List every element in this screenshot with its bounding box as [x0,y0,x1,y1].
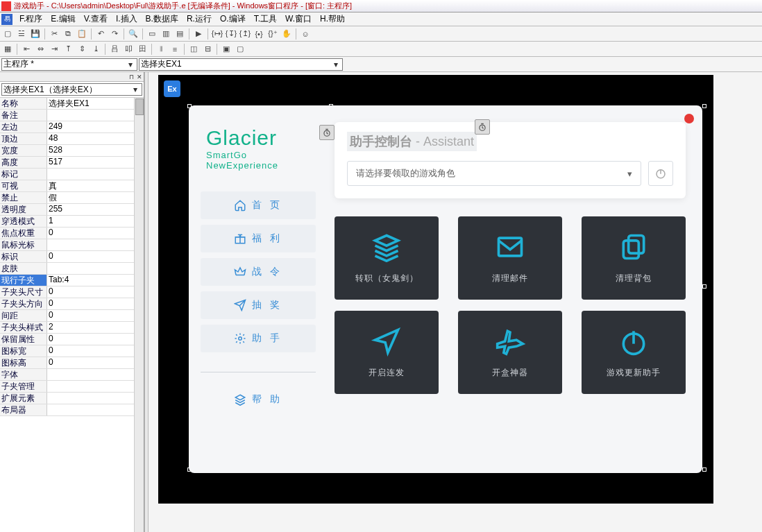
property-value[interactable]: 2 [47,322,144,333]
property-value[interactable] [47,404,144,415]
tile-openbox[interactable]: 开盒神器 [458,311,562,394]
control-selector[interactable]: 选择夹EX1 ▾ [139,58,343,71]
property-row[interactable]: 子夹头方向0 [0,298,144,310]
tile-transfer[interactable]: 转职（女鬼剑） [335,216,439,300]
property-value[interactable]: Tab:4 [47,275,144,286]
selection-handle[interactable] [702,284,706,289]
property-value[interactable]: 0 [47,345,144,357]
distrib-v-icon[interactable]: ≡ [169,43,181,55]
close-button[interactable] [684,114,694,123]
tile-clean-mail[interactable]: 清理邮件 [458,216,562,300]
send-back-icon[interactable]: ▢ [234,43,246,55]
align-bottom-icon[interactable]: ⤓ [90,43,102,55]
reload-button[interactable] [648,161,673,186]
grid-icon[interactable]: ▦ [1,43,14,55]
same-size-icon[interactable]: 田 [136,43,149,55]
property-value[interactable]: 528 [47,145,144,156]
property-value[interactable] [47,110,144,121]
property-value[interactable]: 0 [47,286,144,298]
property-row[interactable]: 图标宽0 [0,345,144,357]
property-value[interactable]: 0 [47,251,144,262]
align-left-icon[interactable]: ⇤ [20,43,33,55]
align-right-icon[interactable]: ⇥ [48,43,60,55]
menu-window[interactable]: W.窗口 [281,12,316,26]
same-width-icon[interactable]: 吕 [108,43,121,55]
property-value[interactable]: 255 [47,204,144,215]
property-row[interactable]: 透明度255 [0,204,144,216]
property-row[interactable]: 顶边48 [0,133,144,145]
redo-icon[interactable]: ↷ [108,28,121,40]
property-value[interactable]: 517 [47,157,144,168]
layout2-icon[interactable]: ▥ [160,28,172,40]
property-value[interactable]: 48 [47,133,144,144]
property-row[interactable]: 图标高0 [0,357,144,369]
save-icon[interactable]: 💾 [29,28,42,40]
tile-clean-bag[interactable]: 清理背包 [582,216,686,300]
object-selector[interactable]: 选择夹EX1（选择夹EX） ▾ [1,83,142,96]
new-icon[interactable]: ▢ [1,28,14,40]
property-value[interactable]: 0 [47,298,144,309]
find-icon[interactable]: 🔍 [127,28,139,40]
property-row[interactable]: 标识0 [0,251,144,263]
property-row[interactable]: 皮肤 [0,263,144,275]
menu-tools[interactable]: T.工具 [250,12,281,26]
menu-run[interactable]: R.运行 [183,12,216,26]
property-grid[interactable]: 名称选择夹EX1备注左边249顶边48宽度528高度517标记可视真禁止假透明度… [0,98,144,532]
center-h-icon[interactable]: ◫ [187,43,200,55]
dock-close-icon[interactable]: ✕ [137,74,142,80]
property-value[interactable]: 选择夹EX1 [47,98,144,109]
nav-battlepass[interactable]: 战 令 [201,258,316,286]
step-into-icon[interactable]: {↧} [225,28,237,40]
property-row[interactable]: 可视真 [0,180,144,192]
undo-icon[interactable]: ↶ [94,28,107,40]
property-value[interactable] [47,381,144,392]
property-row[interactable]: 鼠标光标 [0,239,144,251]
property-row[interactable]: 穿透模式1 [0,216,144,228]
property-value[interactable] [47,263,144,274]
layout3-icon[interactable]: ▤ [173,28,186,40]
align-middle-icon[interactable]: ⇕ [76,43,88,55]
menu-edit[interactable]: E.编辑 [46,12,79,26]
menu-compile[interactable]: O.编译 [216,12,250,26]
selection-handle[interactable] [702,467,706,472]
distrib-h-icon[interactable]: ⫴ [155,43,167,55]
menu-database[interactable]: B.数据库 [142,12,183,26]
scrollbar[interactable] [134,98,144,532]
paste-icon[interactable]: 📋 [76,28,88,40]
property-value[interactable] [47,169,144,180]
property-row[interactable]: 名称选择夹EX1 [0,98,144,110]
property-value[interactable]: 0 [47,357,144,368]
property-value[interactable]: 假 [47,192,144,203]
center-v-icon[interactable]: ⊟ [201,43,214,55]
nav-lottery[interactable]: 抽 奖 [201,291,316,319]
property-value[interactable] [47,369,144,380]
property-value[interactable]: 真 [47,180,144,191]
property-value[interactable]: 1 [47,216,144,227]
run-icon[interactable]: ▶ [192,28,205,40]
tile-autofire[interactable]: 开启连发 [335,311,439,394]
menu-program[interactable]: F.程序 [15,12,46,26]
step-out-icon[interactable]: {↥} [239,28,251,40]
align-center-h-icon[interactable]: ⇔ [34,43,46,55]
property-row[interactable]: 间距0 [0,310,144,322]
step-over-icon[interactable]: {↦} [211,28,223,40]
property-row[interactable]: 宽度528 [0,145,144,157]
menu-help[interactable]: H.帮助 [316,12,349,26]
property-row[interactable]: 保留属性0 [0,334,144,345]
property-value[interactable]: 249 [47,121,144,132]
copy-icon[interactable]: ⧉ [62,28,74,40]
property-row[interactable]: 焦点权重0 [0,228,144,239]
form-selector[interactable]: 主程序 * ▾ [1,58,137,71]
break-icon[interactable]: {•} [253,28,265,40]
property-value[interactable]: 0 [47,228,144,239]
stop-icon[interactable]: {}⁺ [266,28,279,40]
scrollbar-thumb[interactable] [135,98,144,115]
cut-icon[interactable]: ✂ [48,28,60,40]
open-icon[interactable]: ☱ [15,28,28,40]
property-row[interactable]: 备注 [0,110,144,121]
property-row[interactable]: 子夹头样式2 [0,322,144,334]
property-row[interactable]: 禁止假 [0,192,144,204]
property-row[interactable]: 布局器 [0,404,144,416]
property-row[interactable]: 子夹头尺寸0 [0,286,144,298]
property-value[interactable] [47,239,144,250]
